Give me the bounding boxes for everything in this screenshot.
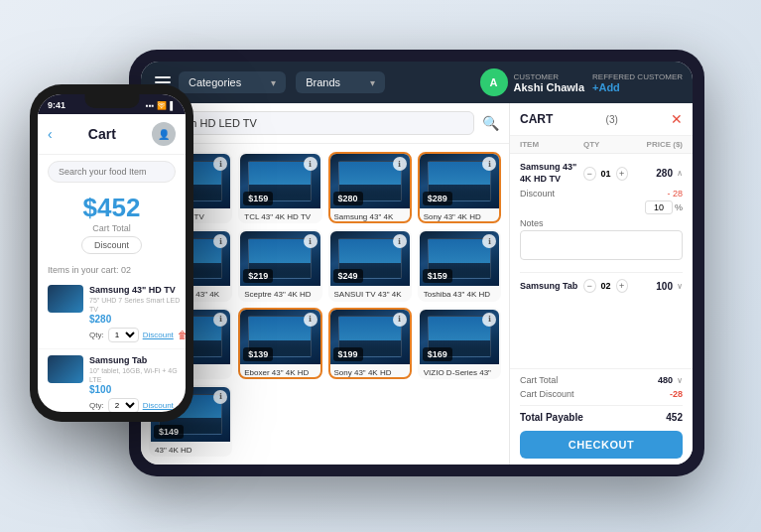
product-card[interactable]: ℹ $159 TCL 43" 4K HD TV (238, 152, 321, 223)
avatar: 👤 (152, 122, 176, 146)
discount-input[interactable] (645, 200, 673, 214)
discount-button[interactable]: Discount (81, 236, 142, 254)
qty-decrease-button[interactable]: − (583, 167, 596, 181)
chevron-down-icon: ∨ (677, 376, 683, 385)
chevron-down-icon: ∨ (677, 282, 683, 291)
item-discount-button[interactable]: Discount (143, 401, 174, 410)
phone-cart-item: Samsung 43" HD TV 75" UHD 7 Series Smart… (38, 279, 186, 349)
categories-dropdown[interactable]: Categories ▾ (179, 71, 286, 93)
product-grid: ℹ $249 43" 4K HD TV ℹ $159 TCL 43" 4K HD… (141, 144, 509, 465)
divider (520, 272, 683, 273)
checkout-button[interactable]: CHECKOUT (520, 431, 683, 459)
product-card[interactable]: ℹ $249 SANSUI TV 43" 4K HD (328, 229, 412, 301)
delete-item-button[interactable]: 🗑 (178, 400, 186, 411)
tablet-screen: Categories ▾ Brands ▾ A CUSTOMER Akshi C… (141, 62, 693, 465)
info-icon[interactable]: ℹ (393, 234, 407, 248)
info-icon[interactable]: ℹ (304, 157, 317, 171)
battery-icon: ▌ (170, 101, 176, 110)
info-icon[interactable]: ℹ (304, 234, 317, 248)
add-customer-button[interactable]: +Add (592, 81, 620, 93)
info-icon[interactable]: ℹ (213, 313, 227, 327)
qty-control: − 02 + (583, 279, 628, 293)
chevron-up-icon: ∧ (677, 169, 683, 178)
phone-notch (84, 94, 139, 108)
brands-dropdown[interactable]: Brands ▾ (296, 71, 385, 93)
cart-columns: ITEM QTY PRICE ($) (510, 136, 693, 154)
topbar-left: Categories ▾ Brands ▾ (151, 71, 385, 93)
product-card[interactable]: ℹ $280 Samsung 43" 4K HD (328, 152, 412, 223)
cart-totals: Cart Total 480 ∨ Cart Discount -28 Total… (510, 368, 693, 465)
signal-icon: ▪▪▪ (146, 101, 155, 110)
topbar-right: A CUSTOMER Akshi Chawla REFFERED CUSTOME… (480, 68, 684, 96)
notes-textarea[interactable] (520, 230, 683, 260)
chevron-down-icon: ▾ (271, 77, 276, 88)
info-icon[interactable]: ℹ (213, 234, 227, 248)
tablet-topbar: Categories ▾ Brands ▾ A CUSTOMER Akshi C… (141, 62, 693, 103)
phone: 9:41 ▪▪▪ 🛜 ▌ ‹ Cart 👤 $452 Cart Total Di… (30, 84, 193, 422)
info-icon[interactable]: ℹ (213, 390, 227, 404)
qty-select[interactable]: 1 (108, 328, 139, 342)
phone-search-input[interactable] (48, 161, 176, 183)
cart-item: Samsung 43"4K HD TV − 01 + 280 ∧ (520, 162, 683, 262)
product-card[interactable]: ℹ $289 Sony 43" 4K HD (418, 152, 501, 223)
divider (520, 405, 683, 406)
product-card[interactable]: ℹ $199 Sony 43" 4K HD UltraHD (328, 308, 412, 379)
cart-panel: CART (3) ✕ ITEM QTY PRICE ($) Samsung 43… (509, 103, 693, 465)
product-card[interactable]: ℹ $159 Toshiba 43" 4K HD TV (418, 229, 501, 301)
qty-select[interactable]: 2 (108, 398, 139, 412)
product-area: 🔍 ℹ $249 43" 4K HD TV ℹ $159 (141, 103, 509, 465)
search-bar: 🔍 (141, 103, 509, 144)
phone-items-list: Samsung 43" HD TV 75" UHD 7 Series Smart… (38, 279, 186, 412)
back-button[interactable]: ‹ (48, 126, 53, 142)
tablet: Categories ▾ Brands ▾ A CUSTOMER Akshi C… (129, 50, 704, 476)
avatar: A (480, 68, 508, 96)
cart-header: CART (3) ✕ (510, 103, 693, 136)
tablet-main: 🔍 ℹ $249 43" 4K HD TV ℹ $159 (141, 103, 693, 465)
info-icon[interactable]: ℹ (213, 157, 227, 171)
info-icon[interactable]: ℹ (304, 313, 317, 327)
search-input[interactable] (151, 111, 474, 135)
product-card[interactable]: ℹ $139 Eboxer 43" 4K HD (238, 308, 321, 379)
info-icon[interactable]: ℹ (393, 313, 407, 327)
qty-control: − 01 + (583, 167, 628, 181)
phone-header: ‹ Cart 👤 (38, 114, 186, 155)
chevron-down-icon: ▾ (370, 77, 375, 88)
wifi-icon: 🛜 (157, 101, 167, 110)
cart-item: Samsung Tab − 02 + 100 ∨ (520, 279, 683, 293)
qty-increase-button[interactable]: + (616, 167, 629, 181)
item-discount-button[interactable]: Discount (143, 331, 174, 339)
phone-search (38, 155, 186, 189)
referred-customer: REFFERED CUSTOMER +Add (592, 72, 683, 93)
info-icon[interactable]: ℹ (482, 157, 496, 171)
delete-item-button[interactable]: 🗑 (178, 330, 186, 340)
phone-total: $452 Cart Total Discount (38, 189, 186, 261)
item-image (48, 355, 83, 383)
cart-items-list: Samsung 43"4K HD TV − 01 + 280 ∧ (510, 154, 693, 368)
qty-decrease-button[interactable]: − (583, 279, 596, 293)
product-card[interactable]: ℹ $219 Sceptre 43" 4K HD TV (238, 229, 321, 301)
phone-screen: 9:41 ▪▪▪ 🛜 ▌ ‹ Cart 👤 $452 Cart Total Di… (38, 94, 186, 412)
customer-info: A CUSTOMER Akshi Chawla (480, 68, 585, 96)
search-icon[interactable]: 🔍 (482, 115, 499, 131)
info-icon[interactable]: ℹ (393, 157, 407, 171)
item-image (48, 285, 83, 313)
info-icon[interactable]: ℹ (482, 313, 496, 327)
phone-cart-item: Samsung Tab 10" tablet, 16GB, Wi-Fi + 4G… (38, 349, 186, 412)
product-card[interactable]: ℹ $169 VIZIO D-Series 43" 4K HD (418, 308, 501, 379)
qty-increase-button[interactable]: + (616, 279, 629, 293)
info-icon[interactable]: ℹ (482, 234, 496, 248)
cart-close-button[interactable]: ✕ (671, 111, 683, 127)
